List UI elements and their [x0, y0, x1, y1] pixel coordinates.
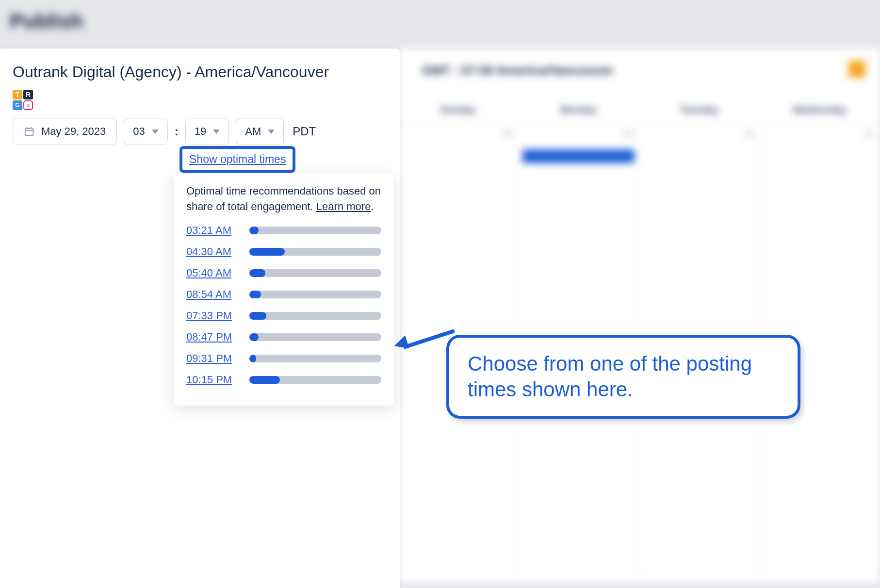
hour-select[interactable]: 03: [124, 118, 167, 145]
optimal-time-link[interactable]: 09:31 PM: [186, 352, 237, 365]
optimal-time-link[interactable]: 07:33 PM: [186, 310, 237, 322]
time-colon: :: [175, 125, 179, 138]
minute-select[interactable]: 19: [185, 118, 229, 145]
day-header: Monday: [519, 97, 639, 123]
highlight-box: Show optimal times: [179, 146, 295, 173]
optimal-time-link[interactable]: 10:15 PM: [186, 374, 237, 386]
annotation-callout: Choose from one of the posting times sho…: [446, 335, 800, 419]
calendar-event: [522, 149, 635, 163]
account-avatars: T R G: [13, 90, 387, 110]
chevron-down-icon: [213, 130, 220, 134]
optimal-times-list: 03:21 AM04:30 AM05:40 AM08:54 AM07:33 PM…: [186, 224, 381, 386]
calendar-day-headers: Sunday Monday Tuesday Wednesday: [398, 97, 880, 123]
engagement-bar: [249, 355, 381, 362]
avatar-icon: R: [23, 90, 33, 99]
optimal-time-row: 08:54 AM: [186, 288, 381, 301]
calendar-background: GMT - 07:00 America/Vancouver Sunday Mon…: [398, 49, 880, 582]
optimal-time-row: 05:40 AM: [186, 267, 381, 279]
optimal-time-link[interactable]: 05:40 AM: [186, 267, 237, 279]
optimal-time-row: 04:30 AM: [186, 245, 381, 258]
day-header: Wednesday: [760, 97, 880, 123]
optimal-time-link[interactable]: 03:21 AM: [186, 224, 237, 237]
date-value: May 29, 2023: [41, 125, 106, 138]
optimal-time-row: 07:33 PM: [186, 310, 381, 322]
engagement-bar: [249, 312, 381, 320]
timezone-label: PDT: [293, 125, 316, 138]
avatar-icon: T: [13, 90, 22, 99]
svg-rect-0: [25, 129, 33, 136]
popover-description: Optimal time recommendations based on sh…: [186, 183, 381, 214]
calendar-tz-title: GMT - 07:00 America/Vancouver: [422, 63, 614, 78]
engagement-bar: [249, 333, 381, 341]
schedule-row: May 29, 2023 03 : 19 AM PDT: [13, 118, 387, 145]
panel-title: Outrank Digital (Agency) - America/Vanco…: [13, 63, 387, 81]
chevron-down-icon: [152, 130, 159, 134]
optimal-time-row: 03:21 AM: [186, 224, 381, 237]
optimal-time-link[interactable]: 04:30 AM: [186, 245, 237, 258]
learn-more-link[interactable]: Learn more: [316, 200, 371, 212]
engagement-bar: [249, 291, 381, 298]
chevron-down-icon: [268, 130, 275, 134]
engagement-bar: [249, 227, 381, 234]
optimal-time-link[interactable]: 08:47 PM: [186, 331, 237, 343]
show-optimal-times-link[interactable]: Show optimal times: [189, 153, 286, 165]
day-header: Tuesday: [639, 97, 760, 123]
engagement-bar: [249, 376, 381, 384]
optimal-time-link[interactable]: 08:54 AM: [186, 288, 237, 301]
engagement-bar: [249, 248, 381, 256]
calendar-icon: [24, 126, 34, 137]
optimal-time-row: 10:15 PM: [186, 374, 381, 386]
calendar-badge-icon: [848, 61, 865, 78]
day-header: Sunday: [398, 97, 519, 123]
callout-text: Choose from one of the posting times sho…: [468, 351, 779, 402]
app-header-title: Publish: [10, 10, 83, 33]
date-picker-button[interactable]: May 29, 2023: [13, 118, 117, 145]
ampm-select[interactable]: AM: [236, 118, 284, 145]
optimal-time-row: 09:31 PM: [186, 352, 381, 365]
optimal-time-row: 08:47 PM: [186, 331, 381, 343]
instagram-icon: [23, 100, 33, 110]
optimal-times-popover: Optimal time recommendations based on sh…: [174, 173, 394, 406]
google-icon: G: [13, 100, 22, 110]
engagement-bar: [249, 269, 381, 277]
